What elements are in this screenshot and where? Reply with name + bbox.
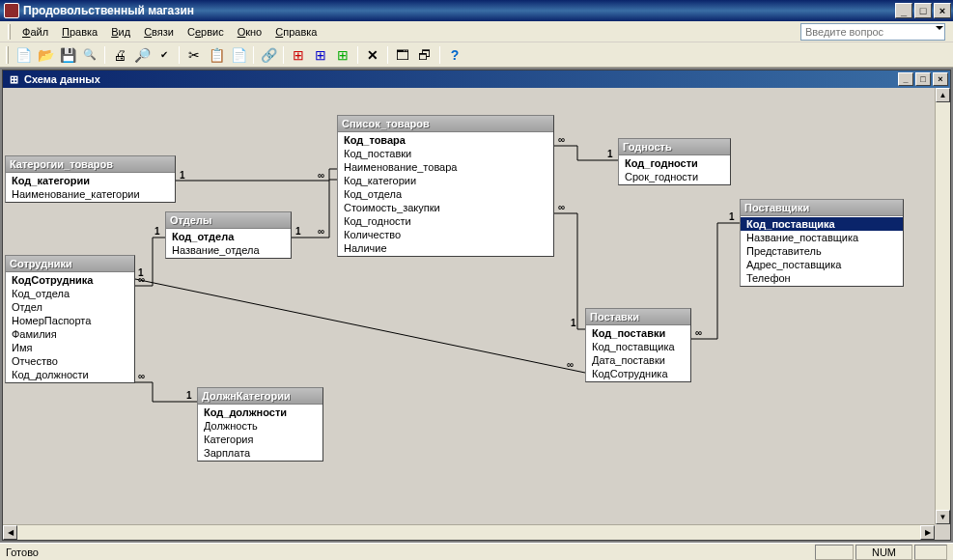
copy-icon[interactable]: 📋 bbox=[207, 45, 226, 65]
table-title[interactable]: Катерогии_товаров bbox=[6, 156, 175, 173]
workspace: ⊞ Схема данных _ □ × bbox=[0, 68, 953, 543]
field[interactable]: Код_категории bbox=[338, 174, 553, 187]
table-validity[interactable]: Годность Код_годности Срок_годности bbox=[618, 138, 731, 185]
delete-icon[interactable]: ✕ bbox=[363, 45, 382, 65]
cascade-icon[interactable]: 🗗 bbox=[415, 45, 434, 65]
field[interactable]: Название_отдела bbox=[166, 243, 291, 257]
window-buttons: _ □ × bbox=[895, 3, 951, 18]
show-direct-icon[interactable]: ⊞ bbox=[311, 45, 330, 65]
table-categories[interactable]: Катерогии_товаров Код_категории Наименов… bbox=[5, 155, 176, 203]
field[interactable]: Наличие bbox=[338, 241, 553, 255]
open-icon[interactable]: 📂 bbox=[36, 45, 55, 65]
table-employees[interactable]: Сотрудники КодСотрудника Код_отдела Отде… bbox=[5, 255, 135, 383]
field[interactable]: Представитель bbox=[741, 244, 903, 258]
table-deliveries[interactable]: Поставки Код_поставки Код_поставщика Дат… bbox=[585, 308, 691, 382]
table-goods[interactable]: Список_товаров Код_товара Код_поставки Н… bbox=[337, 115, 554, 257]
table-title[interactable]: Поставки bbox=[586, 309, 690, 325]
diagram-canvas[interactable]: 1 ∞ 1 ∞ 1 ∞ ∞ 1 ∞ 1 ∞ 1 ∞ 1 1 ∞ Катероги… bbox=[3, 88, 935, 524]
table-title[interactable]: Поставщики bbox=[741, 200, 903, 216]
save-icon[interactable]: 💾 bbox=[58, 45, 77, 65]
field[interactable]: Стоимость_закупки bbox=[338, 201, 553, 214]
field[interactable]: Код_поставки bbox=[338, 147, 553, 160]
field-pk-selected[interactable]: Код_поставщика bbox=[741, 217, 903, 231]
chevron-down-icon[interactable] bbox=[936, 26, 943, 30]
menu-view[interactable]: Вид bbox=[105, 24, 136, 40]
table-departments[interactable]: Отделы Код_отдела Название_отдела bbox=[165, 211, 292, 259]
field[interactable]: Наименование_категории bbox=[6, 187, 175, 201]
show-all-icon[interactable]: ⊞ bbox=[333, 45, 352, 65]
table-title[interactable]: Список_товаров bbox=[338, 116, 553, 132]
spellcheck-icon[interactable]: ✔ bbox=[154, 45, 174, 65]
close-button[interactable]: × bbox=[934, 3, 951, 18]
new-icon[interactable]: 📄 bbox=[14, 45, 33, 65]
menu-file[interactable]: Файл bbox=[16, 24, 54, 40]
search-icon-small[interactable]: 🔍 bbox=[80, 45, 99, 65]
vertical-scrollbar[interactable]: ▲ ▼ bbox=[935, 88, 950, 524]
field[interactable]: Фамилия bbox=[6, 327, 134, 341]
mdi-close-button[interactable]: × bbox=[933, 72, 948, 86]
field[interactable]: Код_отдела bbox=[338, 187, 553, 201]
field[interactable]: Код_годности bbox=[338, 214, 553, 228]
scroll-down-icon[interactable]: ▼ bbox=[936, 510, 950, 524]
field[interactable]: Должность bbox=[198, 419, 322, 433]
field[interactable]: Адрес_поставщика bbox=[741, 258, 903, 271]
relationships-icon[interactable]: 🔗 bbox=[259, 45, 278, 65]
field-pk[interactable]: Код_отдела bbox=[166, 230, 291, 243]
cut-icon[interactable]: ✂ bbox=[184, 45, 204, 65]
table-position-categories[interactable]: ДолжнКатегории Код_должности Должность К… bbox=[197, 387, 323, 462]
field-pk[interactable]: Код_товара bbox=[338, 133, 553, 147]
field-pk[interactable]: Код_поставки bbox=[586, 326, 690, 340]
table-title[interactable]: Сотрудники bbox=[6, 256, 134, 272]
field[interactable]: Количество bbox=[338, 228, 553, 241]
toolbar-grip[interactable] bbox=[6, 46, 9, 64]
field[interactable]: Отчество bbox=[6, 354, 134, 368]
scroll-left-icon[interactable]: ◀ bbox=[3, 525, 17, 540]
help-icon[interactable]: ? bbox=[445, 45, 464, 65]
field-pk[interactable]: Код_годности bbox=[619, 156, 730, 170]
table-title[interactable]: Отделы bbox=[166, 212, 291, 229]
maximize-button[interactable]: □ bbox=[914, 3, 932, 18]
mdi-minimize-button[interactable]: _ bbox=[898, 72, 913, 86]
preview-icon[interactable]: 🔎 bbox=[132, 45, 152, 65]
menubar-grip[interactable] bbox=[8, 24, 11, 40]
field[interactable]: Зарплата bbox=[198, 446, 322, 460]
field-pk[interactable]: Код_должности bbox=[198, 406, 322, 419]
field[interactable]: Отдел bbox=[6, 300, 134, 314]
cardinality-many: ∞ bbox=[318, 226, 324, 237]
field[interactable]: Телефон bbox=[741, 271, 903, 285]
field[interactable]: Наименование_товара bbox=[338, 160, 553, 174]
menu-window[interactable]: Окно bbox=[232, 24, 268, 40]
relationships-window-icon: ⊞ bbox=[7, 72, 20, 86]
help-search-input[interactable] bbox=[800, 23, 945, 41]
field-pk[interactable]: КодСотрудника bbox=[6, 273, 134, 287]
mdi-maximize-button[interactable]: □ bbox=[915, 72, 931, 86]
field[interactable]: Код_отдела bbox=[6, 287, 134, 300]
field[interactable]: КодСотрудника bbox=[586, 367, 690, 380]
print-icon[interactable]: 🖨 bbox=[110, 45, 129, 65]
horizontal-scrollbar[interactable]: ◀ ▶ bbox=[3, 524, 935, 540]
menu-relations[interactable]: Связи bbox=[138, 24, 180, 40]
table-title[interactable]: Годность bbox=[619, 139, 730, 155]
table-title[interactable]: ДолжнКатегории bbox=[198, 388, 322, 405]
field[interactable]: Категория bbox=[198, 433, 322, 446]
minimize-button[interactable]: _ bbox=[895, 3, 912, 18]
menu-service[interactable]: Сервис bbox=[182, 24, 230, 40]
window-icon[interactable]: 🗔 bbox=[393, 45, 412, 65]
field[interactable]: Дата_поставки bbox=[586, 353, 690, 367]
app-icon bbox=[4, 3, 19, 18]
menu-help[interactable]: Справка bbox=[269, 24, 322, 40]
table-suppliers[interactable]: Поставщики Код_поставщика Название_поста… bbox=[740, 199, 904, 287]
scroll-right-icon[interactable]: ▶ bbox=[920, 525, 935, 540]
field[interactable]: Название_поставщика bbox=[741, 231, 903, 244]
field-pk[interactable]: Код_категории bbox=[6, 174, 175, 187]
scroll-up-icon[interactable]: ▲ bbox=[936, 88, 950, 102]
menu-edit[interactable]: Правка bbox=[56, 24, 103, 40]
field[interactable]: Код_должности bbox=[6, 368, 134, 381]
cardinality-one: 1 bbox=[154, 226, 160, 237]
field[interactable]: Код_поставщика bbox=[586, 340, 690, 353]
field[interactable]: Имя bbox=[6, 341, 134, 354]
show-table-icon[interactable]: ⊞ bbox=[289, 45, 308, 65]
field[interactable]: Срок_годности bbox=[619, 170, 730, 183]
field[interactable]: НомерПаспорта bbox=[6, 314, 134, 327]
paste-icon[interactable]: 📄 bbox=[229, 45, 248, 65]
